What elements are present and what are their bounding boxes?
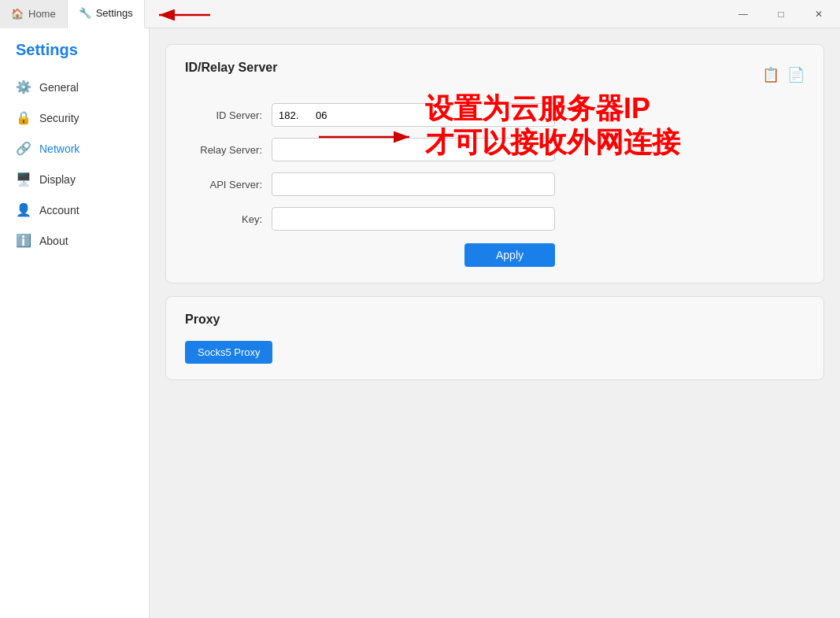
card-header-icons: 📋 📄 xyxy=(762,66,805,83)
key-row: Key: xyxy=(185,207,805,231)
tab-settings-label: Settings xyxy=(96,7,133,19)
about-icon: ℹ️ xyxy=(16,233,31,248)
socks5-proxy-button[interactable]: Socks5 Proxy xyxy=(185,341,272,364)
id-server-label: ID Server: xyxy=(185,109,272,121)
proxy-card-title: Proxy xyxy=(185,313,805,327)
proxy-card: Proxy Socks5 Proxy xyxy=(165,296,824,380)
relay-server-input[interactable] xyxy=(272,138,555,161)
main-content: ID/Relay Server 📋 📄 ID Server: Relay Ser… xyxy=(150,28,840,618)
id-relay-server-card: ID/Relay Server 📋 📄 ID Server: Relay Ser… xyxy=(165,44,824,283)
sidebar-item-account[interactable]: 👤 Account xyxy=(0,194,149,225)
relay-server-row: Relay Server: xyxy=(185,138,805,161)
home-icon: 🏠 xyxy=(11,8,24,20)
relay-server-label: Relay Server: xyxy=(185,144,272,156)
sidebar-item-security-label: Security xyxy=(39,112,80,124)
titlebar: 🏠 Home 🔧 Settings — □ ✕ xyxy=(0,0,840,28)
api-server-label: API Server: xyxy=(185,179,272,191)
account-icon: 👤 xyxy=(16,202,31,217)
sidebar-item-general[interactable]: ⚙️ General xyxy=(0,72,149,102)
sidebar-item-account-label: Account xyxy=(39,204,80,216)
apply-row: Apply xyxy=(185,243,555,267)
api-server-input[interactable] xyxy=(272,172,555,196)
paste-icon[interactable]: 📄 xyxy=(787,66,805,83)
sidebar-title: Settings xyxy=(0,41,149,72)
general-icon: ⚙️ xyxy=(16,80,31,94)
settings-tab-icon: 🔧 xyxy=(79,7,91,19)
sidebar-item-about[interactable]: ℹ️ About xyxy=(0,225,149,256)
id-server-input[interactable] xyxy=(272,103,555,127)
minimize-button[interactable]: — xyxy=(725,0,761,28)
tab-home-label: Home xyxy=(28,8,56,20)
sidebar-item-security[interactable]: 🔒 Security xyxy=(0,102,149,133)
sidebar: Settings ⚙️ General 🔒 Security 🔗 Network xyxy=(0,28,150,618)
tab-settings[interactable]: 🔧 Settings xyxy=(68,0,145,28)
sidebar-item-network[interactable]: 🔗 Network xyxy=(0,133,149,164)
sidebar-item-display[interactable]: 🖥️ Display xyxy=(0,164,149,194)
close-button[interactable]: ✕ xyxy=(801,0,837,28)
network-icon: 🔗 xyxy=(16,141,31,156)
api-server-row: API Server: xyxy=(185,172,805,196)
arrow-tab-annotation xyxy=(151,3,214,27)
tab-home[interactable]: 🏠 Home xyxy=(0,0,68,28)
sidebar-item-about-label: About xyxy=(39,235,68,247)
card-title: ID/Relay Server xyxy=(185,61,277,75)
copy-icon[interactable]: 📋 xyxy=(762,66,779,83)
titlebar-controls: — □ ✕ xyxy=(725,0,840,28)
id-server-row: ID Server: xyxy=(185,103,805,127)
restore-button[interactable]: □ xyxy=(763,0,799,28)
security-icon: 🔒 xyxy=(16,110,31,125)
sidebar-item-network-label: Network xyxy=(39,142,80,155)
sidebar-item-display-label: Display xyxy=(39,173,76,186)
key-input[interactable] xyxy=(272,207,555,231)
card-header: ID/Relay Server 📋 📄 xyxy=(185,61,805,89)
app-body: Settings ⚙️ General 🔒 Security 🔗 Network xyxy=(0,28,840,618)
display-icon: 🖥️ xyxy=(16,172,31,187)
key-label: Key: xyxy=(185,213,272,225)
apply-button[interactable]: Apply xyxy=(464,243,555,267)
sidebar-item-general-label: General xyxy=(39,81,79,94)
